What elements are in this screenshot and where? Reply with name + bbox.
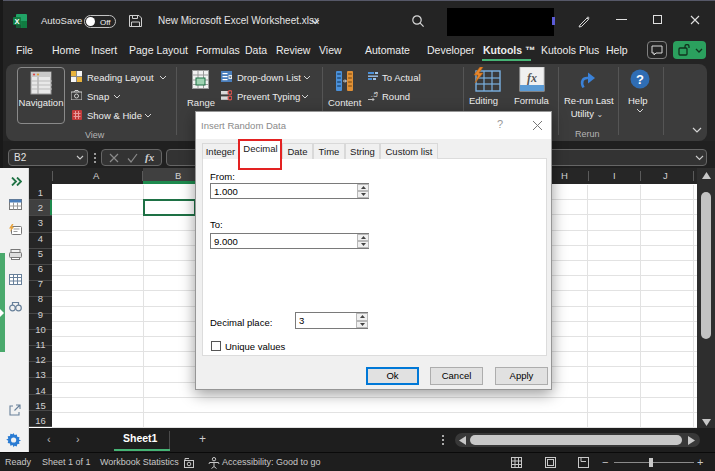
svg-text:X: X (14, 17, 19, 26)
svg-text:fx: fx (527, 71, 537, 85)
svg-text:?: ? (636, 72, 644, 87)
svg-text:.5: .5 (371, 90, 378, 99)
